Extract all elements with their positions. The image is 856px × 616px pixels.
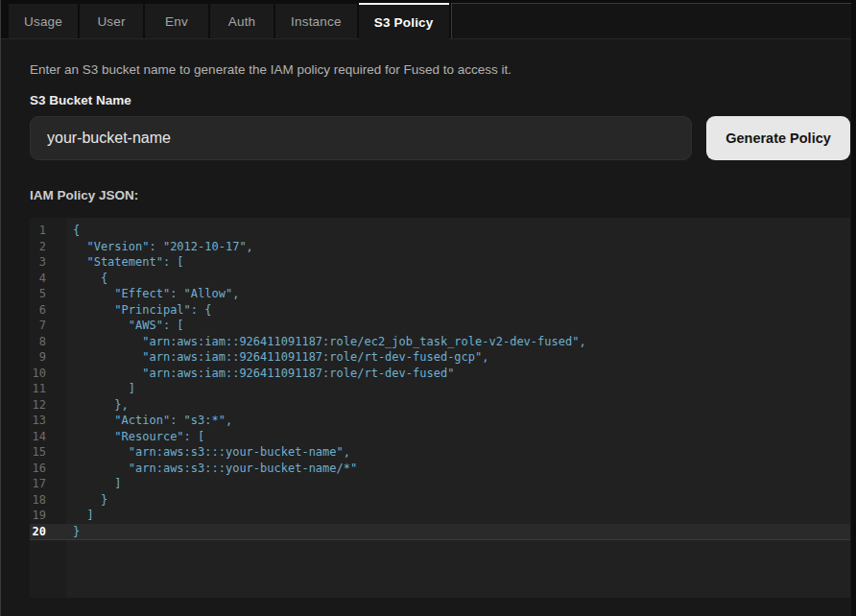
- code-text: "Effect": "Allow",: [46, 286, 239, 302]
- tab-s3-policy[interactable]: S3 Policy: [359, 3, 449, 39]
- line-number: 5: [30, 286, 46, 302]
- tab-instance[interactable]: Instance: [275, 4, 357, 38]
- code-text: "Statement": [: [46, 254, 184, 271]
- line-number: 9: [30, 349, 46, 366]
- code-text: ]: [46, 381, 135, 397]
- tab-user[interactable]: User: [80, 4, 143, 38]
- code-line-14[interactable]: 14 "Resource": [: [30, 429, 850, 445]
- line-number: 18: [30, 492, 46, 509]
- code-line-20[interactable]: 20}: [30, 524, 850, 541]
- line-number: 16: [30, 461, 46, 477]
- line-number: 11: [30, 381, 46, 397]
- code-text: ]: [46, 476, 122, 492]
- code-text: {: [46, 223, 80, 239]
- line-number: 17: [30, 476, 46, 492]
- bucket-input-row: Generate Policy: [30, 116, 850, 160]
- tab-bar: UsageUserEnvAuthInstanceS3 Policy: [1, 0, 856, 39]
- bucket-name-input[interactable]: [30, 116, 692, 160]
- bucket-name-label: S3 Bucket Name: [30, 93, 850, 108]
- policy-code-editor[interactable]: 1{2 "Version": "2012-10-17",3 "Statement…: [30, 218, 850, 598]
- line-number: 20: [30, 524, 46, 540]
- panel-description: Enter an S3 bucket name to generate the …: [30, 62, 850, 78]
- line-number: 12: [30, 397, 46, 414]
- code-line-11[interactable]: 11 ]: [30, 381, 850, 397]
- code-text: "Principal": {: [46, 302, 212, 319]
- code-text: ]: [46, 508, 94, 524]
- code-line-4[interactable]: 4 {: [30, 271, 850, 287]
- page-scrollbar-track[interactable]: [851, 0, 856, 616]
- code-text: "arn:aws:iam::926411091187:role/rt-dev-f…: [46, 366, 454, 382]
- code-line-16[interactable]: 16 "arn:aws:s3:::your-bucket-name/*": [30, 461, 850, 477]
- code-line-17[interactable]: 17 ]: [30, 476, 850, 492]
- code-line-19[interactable]: 19 ]: [30, 508, 850, 524]
- tab-bar-filler: [451, 3, 856, 38]
- code-text: {: [46, 271, 107, 287]
- code-line-12[interactable]: 12 },: [30, 397, 850, 414]
- tab-usage[interactable]: Usage: [9, 4, 78, 38]
- code-line-13[interactable]: 13 "Action": "s3:*",: [30, 413, 850, 429]
- code-text: "arn:aws:s3:::your-bucket-name/*": [46, 461, 357, 477]
- code-text: "arn:aws:iam::926411091187:role/rt-dev-f…: [46, 349, 488, 366]
- code-line-6[interactable]: 6 "Principal": {: [30, 302, 850, 319]
- line-number: 13: [30, 413, 46, 429]
- code-text: }: [46, 524, 80, 540]
- code-line-3[interactable]: 3 "Statement": [: [30, 254, 850, 271]
- code-text: "Version": "2012-10-17",: [46, 239, 253, 255]
- code-text: "Action": "s3:*",: [46, 413, 232, 429]
- code-text: "Resource": [: [46, 429, 204, 445]
- code-line-5[interactable]: 5 "Effect": "Allow",: [30, 286, 850, 302]
- code-text: "arn:aws:s3:::your-bucket-name",: [46, 444, 350, 461]
- code-text: }: [46, 492, 107, 509]
- code-line-7[interactable]: 7 "AWS": [: [30, 318, 850, 334]
- code-line-1[interactable]: 1{: [30, 223, 850, 239]
- line-number: 19: [30, 508, 46, 524]
- code-line-10[interactable]: 10 "arn:aws:iam::926411091187:role/rt-de…: [30, 366, 850, 382]
- line-number: 14: [30, 429, 46, 445]
- code-line-15[interactable]: 15 "arn:aws:s3:::your-bucket-name",: [30, 444, 850, 461]
- line-number: 3: [30, 254, 46, 271]
- line-number: 7: [30, 318, 46, 334]
- line-number: 15: [30, 444, 46, 461]
- line-number: 6: [30, 302, 46, 319]
- code-line-18[interactable]: 18 }: [30, 492, 850, 509]
- line-number: 1: [30, 223, 46, 239]
- iam-policy-json-label: IAM Policy JSON:: [30, 188, 850, 203]
- tab-env[interactable]: Env: [145, 4, 208, 38]
- line-number: 10: [30, 366, 46, 382]
- code-text: "AWS": [: [46, 318, 184, 334]
- generate-policy-button[interactable]: Generate Policy: [706, 116, 850, 160]
- s3-policy-panel: Enter an S3 bucket name to generate the …: [1, 39, 856, 598]
- code-text: },: [46, 397, 129, 414]
- line-number: 2: [30, 239, 46, 255]
- code-line-2[interactable]: 2 "Version": "2012-10-17",: [30, 239, 850, 255]
- line-number: 8: [30, 334, 46, 350]
- code-text: "arn:aws:iam::926411091187:role/ec2_job_…: [46, 334, 586, 350]
- tab-auth[interactable]: Auth: [210, 4, 273, 38]
- line-number: 4: [30, 271, 46, 287]
- code-line-9[interactable]: 9 "arn:aws:iam::926411091187:role/rt-dev…: [30, 349, 850, 366]
- code-line-8[interactable]: 8 "arn:aws:iam::926411091187:role/ec2_jo…: [30, 334, 850, 350]
